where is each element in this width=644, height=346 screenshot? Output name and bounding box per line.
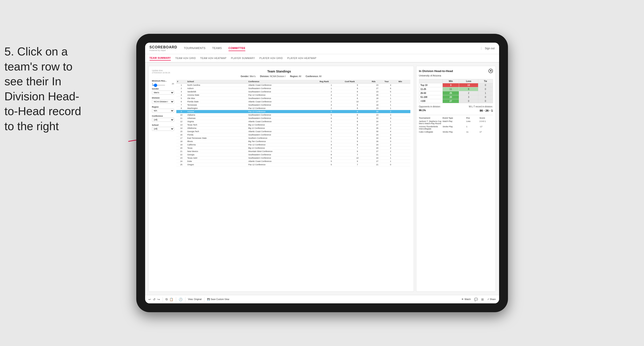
col-reg-rank: Reg Rank — [319, 80, 344, 84]
sign-out-link[interactable]: Sign out — [481, 47, 494, 50]
tournaments-section: Tournament Event Type Pos Score Jackson … — [419, 115, 493, 133]
table-row[interactable]: 2 Auburn Southeastern Conference 1 9 27 … — [176, 87, 410, 90]
table-row[interactable]: 15 Georgia Tech Atlantic Coast Conferenc… — [176, 130, 410, 133]
nav-committee[interactable]: COMMITTEE — [228, 46, 246, 51]
grid-icon[interactable]: ⊞ — [481, 298, 484, 301]
gender-select[interactable]: Men's — [152, 91, 174, 95]
subnav-team-h2h-heatmap[interactable]: TEAM H2H HEATMAP — [200, 56, 226, 60]
col-tour: Tour — [384, 80, 398, 84]
table-row[interactable]: 12 Virginia Atlantic Coast Conference 3 … — [176, 120, 410, 123]
event-type-col-header: Event Type — [443, 117, 466, 119]
tournament-row: Cabo Collegiate Stroke Play 11 17 — [419, 131, 493, 133]
main-panel: Update time: 27/03/2024 16:56:26 Team St… — [148, 66, 414, 292]
copy-icon[interactable]: ⧉ — [166, 297, 168, 301]
save-custom-view-btn[interactable]: 💾 Save Custom View — [207, 298, 229, 301]
h2h-win-header: Win — [442, 79, 459, 83]
watch-btn[interactable]: 👁 Watch — [462, 298, 471, 301]
h2h-panel: In Division Head-to-Head ✕ University of… — [416, 66, 496, 292]
table-row[interactable]: 13 Texas Tech Big 12 Conference 1 9 27 2 — [176, 123, 410, 127]
filters-panel: Minimum Rou... 4 20 Gender — [152, 80, 174, 288]
table-row[interactable]: 9 Arizona Pac-12 Conference 5 8 30 2 — [176, 110, 410, 113]
refresh-icon[interactable]: ↺ — [153, 298, 156, 301]
school-select[interactable]: (All) — [152, 127, 174, 131]
table-row[interactable]: 8 Washington Pac-12 Conference 2 8 23 1 — [176, 107, 410, 110]
min-rounds-slider[interactable] — [152, 85, 165, 86]
update-time: Update time: 27/03/2024 16:56:26 — [152, 69, 170, 74]
tournament-col-header: Tournament — [419, 117, 443, 119]
h2h-tie-header: Tie — [478, 79, 493, 83]
h2h-grid: Win Loss Tie Top 10 3 13 0 11-25 11 8 0 … — [419, 79, 493, 103]
subnav-player-h2h-heatmap[interactable]: PLAYER H2H HEATMAP — [287, 56, 316, 60]
nav-tournaments[interactable]: TOURNAMENTS — [184, 46, 206, 51]
table-row[interactable]: 11 Arkansas Southeastern Conference 6 8 … — [176, 117, 410, 120]
region-select[interactable]: N/A — [152, 109, 174, 113]
h2h-close-button[interactable]: ✕ — [488, 69, 493, 73]
col-rank: # — [176, 80, 186, 84]
table-row[interactable]: 23 Texas A&M Southeastern Conference 9 1… — [176, 157, 410, 160]
subnav-team-h2h-grid[interactable]: TEAM H2H GRID — [175, 56, 196, 60]
nav-teams[interactable]: TEAMS — [212, 46, 222, 51]
h2h-title: In Division Head-to-Head — [419, 69, 453, 73]
tablet-frame: SCOREBOARD Powered by clippd TOURNAMENTS… — [136, 34, 508, 312]
table-row[interactable]: 16 Florida Southeastern Conference 7 9 2… — [176, 133, 410, 137]
h2h-row: 11-25 11 8 0 — [419, 87, 493, 91]
tablet-screen: SCOREBOARD Powered by clippd TOURNAMENTS… — [145, 43, 499, 303]
table-row[interactable]: 4 Arizona State Pac-12 Conference 4 6 26… — [176, 93, 410, 97]
opponents-label: Opponents in division: — [419, 105, 441, 108]
pos-col-header: Pos — [466, 117, 480, 119]
col-win: Win — [398, 80, 410, 84]
panel-title: Team Standings — [267, 70, 291, 73]
table-row[interactable]: 5 Ole Miss Southeastern Conference 3 6 1… — [176, 97, 410, 100]
table-row[interactable]: 17 East Tennessee State Southern Confere… — [176, 137, 410, 140]
view-original-btn[interactable]: View: Original — [188, 298, 202, 301]
col-rds: Rds — [371, 80, 384, 84]
col-conf-rank: Conf Rank — [344, 80, 371, 84]
toolbar-sep-1 — [162, 297, 163, 302]
redo-icon[interactable]: ↪ — [157, 298, 160, 301]
table-row[interactable]: 20 Texas Big 12 Conference 3 7 20 2 — [176, 147, 410, 150]
conference-filter-label: Conference: All — [306, 75, 322, 78]
division-filter-label: Division: NCAA Division I — [260, 75, 286, 78]
table-row[interactable]: 7 Tennessee Southeastern Conference 4 6 … — [176, 103, 410, 107]
wlt-record: 86 - 26 - 1 — [480, 109, 493, 112]
h2h-row: 51-100 20 3 0 — [419, 95, 493, 99]
subnav-team-summary[interactable]: TEAM SUMMARY — [150, 56, 171, 61]
toolbar-sep-4 — [204, 297, 204, 302]
undo-icon[interactable]: ↩ — [148, 298, 151, 301]
table-row[interactable]: 14 Oklahoma Big 12 Conference 5 9 26 2 — [176, 127, 410, 130]
division-select[interactable]: NCAA Division I — [152, 100, 174, 104]
top-nav: SCOREBOARD Powered by clippd TOURNAMENTS… — [145, 43, 499, 54]
table-row[interactable]: 10 Alabama Southeastern Conference 5 8 2… — [176, 113, 410, 117]
paste-icon[interactable]: 📋 — [170, 298, 173, 301]
h2h-row: Top 10 3 13 0 — [419, 83, 493, 87]
table-row[interactable]: 24 Duke Atlantic Coast Conference 5 9 27… — [176, 160, 410, 163]
h2h-team-name: University of Arizona — [419, 74, 493, 77]
gender-filter-label: Gender: Men's — [241, 75, 256, 78]
wlt-label: W-L-T record in-division: — [469, 105, 493, 108]
table-row[interactable]: 18 Illinois Big Ten Conference 1 9 26 3 — [176, 140, 410, 143]
share-btn[interactable]: ↗ Share — [487, 298, 496, 301]
standings-table: # School Conference Reg Rank Conf Rank R… — [176, 80, 410, 166]
col-conference: Conference — [248, 80, 319, 84]
subnav-player-h2h-grid[interactable]: PLAYER H2H GRID — [260, 56, 283, 60]
subnav-player-summary[interactable]: PLAYER SUMMARY — [231, 56, 255, 60]
clock-icon[interactable]: 🕐 — [179, 298, 182, 301]
annotation-text: 5. Click on a team's row to see their In… — [4, 44, 88, 134]
toolbar-right: 👁 Watch 💬 ⊞ ↗ Share — [462, 298, 496, 301]
table-row[interactable]: 21 New Mexico Mountain West Conference 1… — [176, 150, 410, 153]
tournament-row: Arizona Thunderbirds Intercollegiate Str… — [419, 126, 493, 130]
h2h-row: 26-50 25 2 1 — [419, 91, 493, 95]
table-row[interactable]: 1 North Carolina Atlantic Coast Conferen… — [176, 84, 410, 87]
table-row[interactable]: 6 Florida State Atlantic Coast Conferenc… — [176, 100, 410, 103]
table-row[interactable]: 22 Georgia Southeastern Conference 8 7 2… — [176, 153, 410, 157]
table-row[interactable]: 3 Vanderbilt Southeastern Conference 2 8… — [176, 90, 410, 93]
comment-icon[interactable]: 💬 — [474, 298, 478, 301]
logo-area: SCOREBOARD Powered by clippd — [150, 45, 178, 51]
tournament-row: Jackson T. Stephens Cup Men's Match-Play… — [419, 120, 493, 125]
table-row[interactable]: 25 Oregon Pac-12 Conference 5 7 21 0 — [176, 163, 410, 166]
logo-sub: Powered by clippd — [150, 49, 178, 51]
table-row[interactable]: 19 California Pac-12 Conference 4 8 24 2 — [176, 143, 410, 147]
opponents-pct: 99.1% — [419, 109, 426, 112]
col-school: School — [186, 80, 248, 84]
conference-select[interactable]: (All) — [152, 118, 174, 122]
